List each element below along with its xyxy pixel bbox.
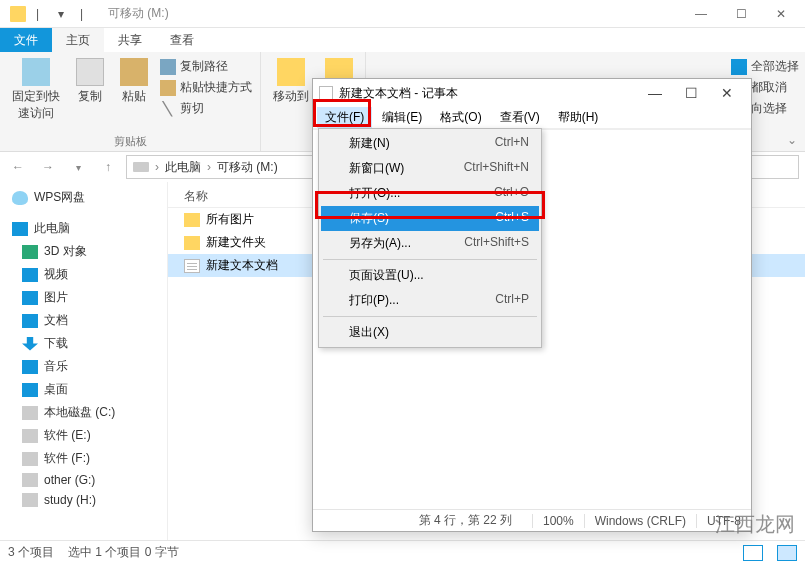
copy-path-button[interactable]: 复制路径 (160, 56, 252, 77)
nav-desktop[interactable]: 桌面 (0, 378, 167, 401)
notepad-minimize-button[interactable]: — (637, 85, 673, 101)
breadcrumb-drive[interactable]: 可移动 (M:) (217, 159, 278, 176)
cloud-icon (12, 191, 28, 205)
nav-pictures[interactable]: 图片 (0, 286, 167, 309)
folder-icon (184, 213, 200, 227)
breadcrumb-pc[interactable]: 此电脑 (165, 159, 201, 176)
menu-item-label: 保存(S) (349, 210, 389, 227)
status-count: 3 个项目 (8, 544, 54, 561)
nav-up-button[interactable]: ↑ (96, 155, 120, 179)
menu-item[interactable]: 新窗口(W)Ctrl+Shift+N (321, 156, 539, 181)
menu-item-shortcut: Ctrl+Shift+N (464, 160, 529, 177)
deselect-label: 都取消 (751, 79, 787, 96)
view-icons-button[interactable] (777, 545, 797, 561)
nav-downloads[interactable]: 下载 (0, 332, 167, 355)
doc-icon (22, 314, 38, 328)
tab-home[interactable]: 主页 (52, 28, 104, 52)
nav-music[interactable]: 音乐 (0, 355, 167, 378)
notepad-menu-view[interactable]: 查看(V) (492, 107, 548, 128)
select-all-label: 全部选择 (751, 58, 799, 75)
nav-documents[interactable]: 文档 (0, 309, 167, 332)
qat-divider: | (36, 7, 50, 21)
menu-item-shortcut: Ctrl+O (494, 185, 529, 202)
folder-icon (10, 6, 26, 22)
copy-label: 复制 (78, 88, 102, 105)
menu-item-label: 页面设置(U)... (349, 267, 424, 284)
music-icon (22, 360, 38, 374)
close-button[interactable]: ✕ (761, 7, 801, 21)
tab-file[interactable]: 文件 (0, 28, 52, 52)
nav-disk-c[interactable]: 本地磁盘 (C:) (0, 401, 167, 424)
nav-forward-button[interactable]: → (36, 155, 60, 179)
cut-button[interactable]: 剪切 (160, 98, 252, 119)
menu-item[interactable]: 保存(S)Ctrl+S (321, 206, 539, 231)
nav-diske-label: 软件 (E:) (44, 427, 91, 444)
nav-history-button[interactable]: ▾ (66, 155, 90, 179)
disk-icon (22, 406, 38, 420)
nav-back-button[interactable]: ← (6, 155, 30, 179)
copy-button[interactable]: 复制 (72, 56, 108, 124)
menu-item-label: 新建(N) (349, 135, 390, 152)
menu-item-label: 打印(P)... (349, 292, 399, 309)
nav-pc-label: 此电脑 (34, 220, 70, 237)
nav-down-label: 下载 (44, 335, 68, 352)
nav-this-pc[interactable]: 此电脑 (0, 217, 167, 240)
nav-disk-g[interactable]: other (G:) (0, 470, 167, 490)
pic-icon (22, 291, 38, 305)
select-all-button[interactable]: 全部选择 (731, 56, 799, 77)
menu-item[interactable]: 打开(O)...Ctrl+O (321, 181, 539, 206)
menu-item-shortcut: Ctrl+Shift+S (464, 235, 529, 252)
paste-shortcut-button[interactable]: 粘贴快捷方式 (160, 77, 252, 98)
disk-icon (22, 493, 38, 507)
menu-item[interactable]: 页面设置(U)... (321, 263, 539, 288)
pin-quickaccess-button[interactable]: 固定到快 速访问 (8, 56, 64, 124)
move-to-button[interactable]: 移动到 (269, 56, 313, 107)
menu-item[interactable]: 新建(N)Ctrl+N (321, 131, 539, 156)
notepad-maximize-button[interactable]: ☐ (673, 85, 709, 101)
nav-diskc-label: 本地磁盘 (C:) (44, 404, 115, 421)
video-icon (22, 268, 38, 282)
view-details-button[interactable] (743, 545, 763, 561)
file-name: 新建文本文档 (206, 257, 278, 274)
menu-item-label: 另存为(A)... (349, 235, 411, 252)
nav-disk-f[interactable]: 软件 (F:) (0, 447, 167, 470)
minimize-button[interactable]: — (681, 7, 721, 21)
disk-icon (22, 429, 38, 443)
download-icon (22, 337, 38, 351)
nav-wps[interactable]: WPS网盘 (0, 186, 167, 209)
status-bar: 3 个项目 选中 1 个项目 0 字节 (0, 540, 805, 564)
tab-share[interactable]: 共享 (104, 28, 156, 52)
notepad-menu-help[interactable]: 帮助(H) (550, 107, 607, 128)
move-to-label: 移动到 (273, 88, 309, 105)
notepad-menu-format[interactable]: 格式(O) (432, 107, 489, 128)
paste-button[interactable]: 粘贴 (116, 56, 152, 124)
menu-item[interactable]: 退出(X) (321, 320, 539, 345)
nav-3d-label: 3D 对象 (44, 243, 87, 260)
menu-item-shortcut: Ctrl+P (495, 292, 529, 309)
nav-disk-h[interactable]: study (H:) (0, 490, 167, 510)
nav-doc-label: 文档 (44, 312, 68, 329)
ribbon-collapse-icon[interactable]: ⌄ (787, 133, 797, 147)
maximize-button[interactable]: ☐ (721, 7, 761, 21)
qat-dropdown-icon[interactable]: ▾ (58, 7, 72, 21)
menu-item[interactable]: 另存为(A)...Ctrl+Shift+S (321, 231, 539, 256)
nav-desk-label: 桌面 (44, 381, 68, 398)
explorer-titlebar: | ▾ | 可移动 (M:) — ☐ ✕ (0, 0, 805, 28)
breadcrumb-sep-icon: › (207, 160, 211, 174)
watermark: 江西龙网 (715, 511, 795, 538)
nav-video[interactable]: 视频 (0, 263, 167, 286)
disk-icon (22, 473, 38, 487)
nav-pic-label: 图片 (44, 289, 68, 306)
nav-disk-e[interactable]: 软件 (E:) (0, 424, 167, 447)
cut-label: 剪切 (180, 100, 204, 117)
tab-view[interactable]: 查看 (156, 28, 208, 52)
ribbon-tabs: 文件 主页 共享 查看 (0, 28, 805, 52)
pin-label: 固定到快 速访问 (12, 88, 60, 122)
notepad-menu-file[interactable]: 文件(F) (317, 107, 372, 128)
menu-item[interactable]: 打印(P)...Ctrl+P (321, 288, 539, 313)
notepad-titlebar: 新建文本文档 - 记事本 — ☐ ✕ (313, 79, 751, 107)
notepad-close-button[interactable]: ✕ (709, 85, 745, 101)
notepad-menu-edit[interactable]: 编辑(E) (374, 107, 430, 128)
desktop-icon (22, 383, 38, 397)
nav-3d[interactable]: 3D 对象 (0, 240, 167, 263)
